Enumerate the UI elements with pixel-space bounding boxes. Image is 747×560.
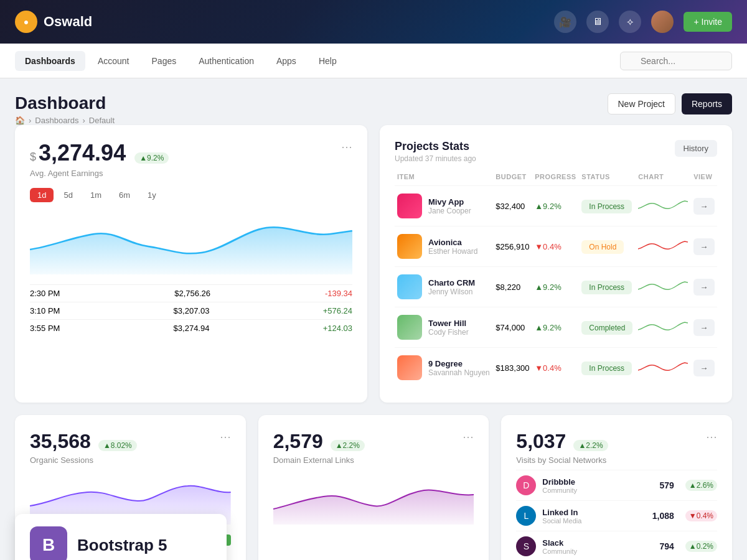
project-status: In Process <box>581 362 632 375</box>
social-type: Community <box>542 487 577 494</box>
project-chart-cell <box>636 348 691 388</box>
time-filter-6m[interactable]: 6m <box>111 188 138 202</box>
social-change: ▲2.6% <box>685 480 717 491</box>
project-info: Charto CRM Jenny Wilson <box>428 278 475 296</box>
logo[interactable]: ● Oswald <box>15 11 92 33</box>
earnings-row-1: 2:30 PM $2,756.26 -139.34 <box>30 284 352 302</box>
camera-icon[interactable]: 🎥 <box>554 11 576 33</box>
project-progress: ▲9.2% <box>535 323 561 332</box>
nav-item-apps[interactable]: Apps <box>266 51 306 71</box>
project-chart-cell <box>636 186 691 226</box>
earnings-card: $ 3,274.94 ▲9.2% Avg. Agent Earnings ⋯ 1… <box>15 125 367 403</box>
table-row: Avionica Esther Howard $256,910 ▼0.4% On… <box>395 226 717 267</box>
nav-item-dashboards[interactable]: Dashboards <box>15 51 85 71</box>
col-status: STATUS <box>579 168 636 186</box>
change-1: -139.34 <box>325 289 352 298</box>
logo-icon: ● <box>15 11 37 33</box>
project-info: Tower Hill Cody Fisher <box>428 319 469 337</box>
new-project-button[interactable]: New Project <box>608 93 675 114</box>
time-filter-1m[interactable]: 1m <box>83 188 109 202</box>
project-chart-cell <box>636 267 691 307</box>
nav-item-help[interactable]: Help <box>309 51 347 71</box>
social-change: ▲0.2% <box>685 541 717 552</box>
change-3: +124.03 <box>323 324 352 333</box>
monitor-icon[interactable]: 🖥 <box>586 11 609 33</box>
organic-sessions-number: 35,568 <box>30 430 91 453</box>
project-icon <box>397 234 422 259</box>
project-item-2: Charto CRM Jenny Wilson <box>397 274 491 299</box>
project-view-button[interactable]: → <box>693 198 714 215</box>
search-wrapper: 🔍 <box>620 52 732 70</box>
bootstrap-label: Bootstrap 5 <box>77 536 167 555</box>
project-view-button[interactable]: → <box>693 319 714 336</box>
nav-search: 🔍 <box>620 52 732 70</box>
earnings-header: $ 3,274.94 ▲9.2% Avg. Agent Earnings <box>30 140 169 178</box>
project-person: Savannah Nguyen <box>428 368 490 377</box>
projects-header: Projects Stats Updated 37 minutes ago Hi… <box>395 140 717 163</box>
social-info: Linked In Social Media <box>542 508 581 525</box>
col-progress: PROGRESS <box>532 168 579 186</box>
organic-sessions-header: 35,568 ▲8.02% Organic Sessions <box>30 430 137 465</box>
history-button[interactable]: History <box>675 140 717 157</box>
page-title-section: Dashboard 🏠 › Dashboards › Default <box>15 93 115 125</box>
breadcrumb: 🏠 › Dashboards › Default <box>15 116 115 125</box>
time-2: 3:10 PM <box>30 306 60 315</box>
time-filter-1d[interactable]: 1d <box>30 188 54 202</box>
project-name: Charto CRM <box>428 278 475 287</box>
nav-item-account[interactable]: Account <box>88 51 139 71</box>
logo-text: Oswald <box>44 14 92 30</box>
breadcrumb-dashboards[interactable]: Dashboards <box>35 116 78 125</box>
social-icon: D <box>516 475 536 495</box>
domain-links-label: Domain External Links <box>273 455 365 465</box>
project-view-button[interactable]: → <box>693 279 714 296</box>
social-count: 794 <box>659 541 674 551</box>
project-view-button[interactable]: → <box>693 238 714 255</box>
table-row: Mivy App Jane Cooper $32,400 ▲9.2% In Pr… <box>395 186 717 226</box>
page-title: Dashboard <box>15 93 115 113</box>
page-header: Dashboard 🏠 › Dashboards › Default New P… <box>15 93 732 125</box>
search-input[interactable] <box>620 52 732 70</box>
social-item: L Linked In Social Media 1,088 ▼0.4% <box>516 500 717 531</box>
earnings-badge: ▲9.2% <box>134 152 169 164</box>
social-more-button[interactable]: ⋯ <box>706 430 717 444</box>
earnings-more-button[interactable]: ⋯ <box>341 140 352 154</box>
time-filter-5d[interactable]: 5d <box>56 188 80 202</box>
domain-more-button[interactable]: ⋯ <box>463 430 474 444</box>
reports-button[interactable]: Reports <box>682 93 732 114</box>
bottom-row: 35,568 ▲8.02% Organic Sessions ⋯ <box>15 415 732 560</box>
social-type: Social Media <box>542 517 581 525</box>
organic-more-button[interactable]: ⋯ <box>220 430 231 444</box>
project-view-button[interactable]: → <box>693 360 714 376</box>
projects-title-block: Projects Stats Updated 37 minutes ago <box>395 140 476 163</box>
social-icon: S <box>516 536 536 556</box>
project-item-1: Avionica Esther Howard <box>397 234 491 259</box>
nav-item-authentication[interactable]: Authentication <box>189 51 264 71</box>
col-budget: BUDGET <box>493 168 532 186</box>
project-info: Mivy App Jane Cooper <box>428 197 471 215</box>
invite-button[interactable]: + Invite <box>684 12 732 32</box>
amount-2: $3,207.03 <box>174 306 210 315</box>
domain-links-header: 2,579 ▲2.2% Domain External Links <box>273 430 365 465</box>
project-info: 9 Degree Savannah Nguyen <box>428 359 490 377</box>
table-row: 9 Degree Savannah Nguyen $183,300 ▼0.4% … <box>395 348 717 388</box>
social-icon: L <box>516 506 536 526</box>
projects-stats-card: Projects Stats Updated 37 minutes ago Hi… <box>380 125 732 403</box>
project-budget: $74,000 <box>493 307 532 348</box>
earnings-row-2: 3:10 PM $3,207.03 +576.24 <box>30 302 352 319</box>
project-status: In Process <box>581 200 632 213</box>
earnings-chart <box>30 212 352 274</box>
share-icon[interactable]: ⟡ <box>619 11 641 33</box>
earnings-rows: 2:30 PM $2,756.26 -139.34 3:10 PM $3,207… <box>30 284 352 337</box>
header-buttons: New Project Reports <box>608 93 733 114</box>
table-row: Charto CRM Jenny Wilson $8,220 ▲9.2% In … <box>395 267 717 307</box>
project-item-4: 9 Degree Savannah Nguyen <box>397 355 491 380</box>
project-person: Esther Howard <box>428 247 477 256</box>
project-budget: $183,300 <box>493 348 532 388</box>
nav-item-pages[interactable]: Pages <box>142 51 187 71</box>
time-filter-1y[interactable]: 1y <box>140 188 164 202</box>
social-number: 5,037 <box>516 430 566 453</box>
avatar[interactable] <box>651 11 674 33</box>
project-info: Avionica Esther Howard <box>428 238 477 256</box>
project-budget: $8,220 <box>493 267 532 307</box>
top-row: $ 3,274.94 ▲9.2% Avg. Agent Earnings ⋯ 1… <box>15 125 732 403</box>
